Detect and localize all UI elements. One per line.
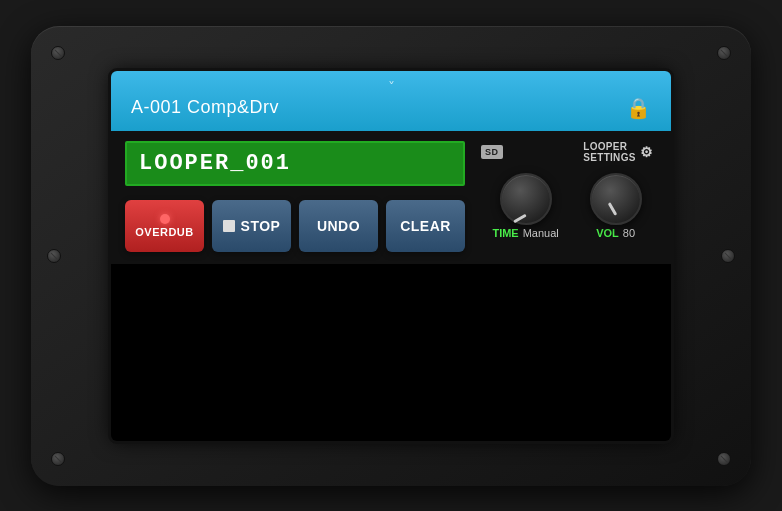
vol-knob[interactable] bbox=[590, 173, 642, 225]
vol-label: VOL bbox=[596, 227, 619, 239]
main-content: LOOPER_001 OVERDUB STOP UNDO C bbox=[111, 131, 671, 264]
clear-button[interactable]: CLEAR bbox=[386, 200, 465, 252]
clear-label: CLEAR bbox=[400, 218, 451, 234]
stop-label: STOP bbox=[241, 218, 281, 234]
record-dot-icon bbox=[160, 214, 170, 224]
screw-middle-right bbox=[721, 249, 735, 263]
right-panel: SD LOOPERSETTINGS ⚙ TIME Manual bbox=[477, 141, 657, 252]
overdub-button[interactable]: OVERDUB bbox=[125, 200, 204, 252]
vol-value: 80 bbox=[623, 227, 635, 239]
gear-icon: ⚙ bbox=[640, 144, 653, 160]
time-label: TIME bbox=[492, 227, 518, 239]
chevron-down-icon: ˅ bbox=[388, 79, 395, 95]
screen: ˅ A-001 Comp&Drv 🔒 LOOPER_001 OVERDUB bbox=[111, 71, 671, 441]
time-value: Manual bbox=[523, 227, 559, 239]
looper-settings-label: LOOPERSETTINGS bbox=[583, 141, 635, 163]
overdub-label: OVERDUB bbox=[135, 226, 194, 238]
buttons-row: OVERDUB STOP UNDO CLEAR bbox=[125, 200, 465, 252]
left-panel: LOOPER_001 OVERDUB STOP UNDO C bbox=[125, 141, 465, 252]
screw-top-right bbox=[717, 46, 731, 60]
lock-icon: 🔒 bbox=[626, 96, 651, 120]
looper-settings[interactable]: LOOPERSETTINGS ⚙ bbox=[583, 141, 653, 163]
screw-top-left bbox=[51, 46, 65, 60]
time-knob-labels: TIME Manual bbox=[492, 227, 558, 239]
time-knob[interactable] bbox=[500, 173, 552, 225]
patch-name: A-001 Comp&Drv bbox=[131, 97, 279, 118]
knobs-row: TIME Manual VOL 80 bbox=[477, 169, 657, 243]
stop-square-icon bbox=[223, 220, 235, 232]
header-bar: ˅ A-001 Comp&Drv 🔒 bbox=[111, 71, 671, 131]
device-body: ˅ A-001 Comp&Drv 🔒 LOOPER_001 OVERDUB bbox=[31, 26, 751, 486]
time-knob-wrapper: TIME Manual bbox=[492, 173, 558, 239]
screw-middle-left bbox=[47, 249, 61, 263]
stop-button[interactable]: STOP bbox=[212, 200, 291, 252]
screw-bottom-left bbox=[51, 452, 65, 466]
looper-name-box: LOOPER_001 bbox=[125, 141, 465, 186]
undo-label: UNDO bbox=[317, 218, 360, 234]
vol-knob-wrapper: VOL 80 bbox=[590, 173, 642, 239]
vol-knob-labels: VOL 80 bbox=[596, 227, 635, 239]
looper-name-text: LOOPER_001 bbox=[139, 151, 291, 176]
time-knob-indicator bbox=[513, 213, 527, 223]
vol-knob-indicator bbox=[607, 202, 617, 216]
undo-button[interactable]: UNDO bbox=[299, 200, 378, 252]
screw-bottom-right bbox=[717, 452, 731, 466]
top-controls: SD LOOPERSETTINGS ⚙ bbox=[477, 141, 657, 163]
sd-badge: SD bbox=[481, 145, 503, 159]
